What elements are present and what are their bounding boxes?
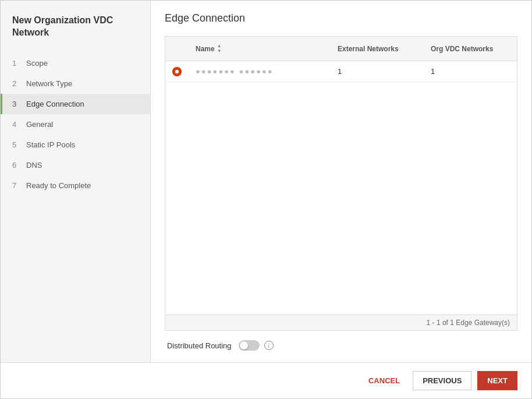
edge-gateway-name: ●●●●●●● ●●●●●●: [196, 67, 274, 76]
header-org-vdc-networks: Org VDC Networks: [424, 41, 517, 56]
toggle-knob: [240, 341, 248, 349]
dialog-body: New Organization VDC Network 1 Scope 2 N…: [1, 1, 531, 362]
distributed-routing-toggle[interactable]: [239, 340, 260, 351]
sidebar-item-label-static-ip-pools: Static IP Pools: [26, 140, 75, 149]
radio-inner: [175, 70, 179, 73]
sidebar-item-ready-to-complete[interactable]: 7 Ready to Complete: [1, 175, 150, 196]
cell-org-vdc-networks: 1: [424, 62, 517, 80]
dialog: New Organization VDC Network 1 Scope 2 N…: [0, 0, 532, 399]
header-selector: [165, 41, 189, 56]
next-button[interactable]: NEXT: [477, 371, 517, 390]
page-title: Edge Connection: [165, 12, 517, 24]
header-name[interactable]: Name ▲ ▼: [189, 41, 331, 56]
info-icon[interactable]: i: [264, 341, 274, 350]
main-content: Edge Connection Name ▲ ▼ External Networ…: [151, 1, 531, 362]
sidebar: New Organization VDC Network 1 Scope 2 N…: [1, 1, 151, 362]
distributed-routing-label: Distributed Routing: [167, 341, 232, 350]
sidebar-item-label-general: General: [26, 120, 53, 129]
table-header: Name ▲ ▼ External Networks Org VDC Netwo…: [165, 37, 517, 61]
table-footer: 1 - 1 of 1 Edge Gateway(s): [165, 315, 517, 330]
edge-gateway-table: Name ▲ ▼ External Networks Org VDC Netwo…: [165, 36, 517, 331]
sidebar-item-dns[interactable]: 6 DNS: [1, 155, 150, 175]
step-num-static-ip-pools: 5: [12, 140, 20, 149]
step-num-dns: 6: [12, 161, 20, 170]
step-num-general: 4: [12, 120, 20, 129]
sidebar-item-general[interactable]: 4 General: [1, 114, 150, 135]
table-body: ●●●●●●● ●●●●●● 1 1: [165, 61, 517, 315]
sidebar-item-static-ip-pools[interactable]: 5 Static IP Pools: [1, 135, 150, 155]
sort-icons-name[interactable]: ▲ ▼: [217, 44, 222, 54]
sidebar-title: New Organization VDC Network: [1, 15, 150, 53]
cell-external-networks: 1: [331, 62, 424, 80]
sort-down-icon[interactable]: ▼: [217, 49, 222, 54]
step-num-scope: 1: [12, 59, 20, 68]
sidebar-item-label-edge-connection: Edge Connection: [26, 100, 84, 108]
sidebar-item-label-ready: Ready to Complete: [26, 181, 91, 190]
dialog-footer: CANCEL PREVIOUS NEXT: [1, 362, 531, 398]
sidebar-item-scope[interactable]: 1 Scope: [1, 53, 150, 73]
sidebar-item-network-type[interactable]: 2 Network Type: [1, 73, 150, 94]
step-num-ready: 7: [12, 181, 20, 190]
cancel-button[interactable]: CANCEL: [361, 372, 407, 390]
step-num-edge-connection: 3: [12, 100, 20, 108]
sidebar-item-label-dns: DNS: [26, 161, 42, 170]
header-external-networks: External Networks: [331, 41, 424, 56]
table-row[interactable]: ●●●●●●● ●●●●●● 1 1: [165, 61, 517, 82]
cell-name: ●●●●●●● ●●●●●●: [189, 62, 331, 80]
sidebar-item-label-network-type: Network Type: [26, 79, 72, 88]
toggle-container: i: [239, 340, 274, 351]
radio-cell[interactable]: [165, 62, 189, 81]
distributed-routing: Distributed Routing i: [165, 340, 517, 351]
previous-button[interactable]: PREVIOUS: [413, 371, 471, 390]
sidebar-item-edge-connection[interactable]: 3 Edge Connection: [1, 94, 150, 114]
step-num-network-type: 2: [12, 79, 20, 88]
radio-button-selected[interactable]: [172, 67, 182, 76]
sort-up-icon[interactable]: ▲: [217, 44, 222, 48]
sidebar-item-label-scope: Scope: [26, 59, 48, 68]
